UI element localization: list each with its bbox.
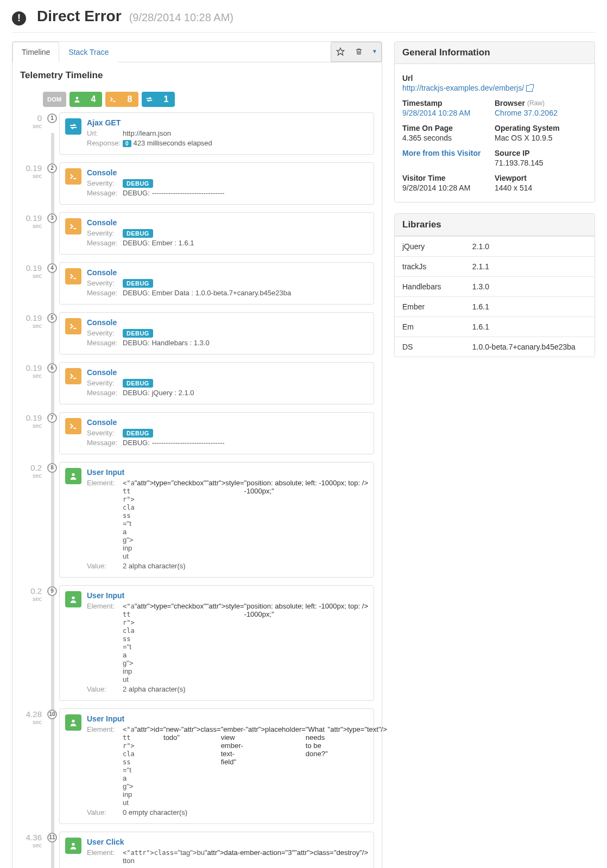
event-title: Console (87, 268, 368, 277)
timeline-event: 4.28sec 10 User Input Element:<"attr">cl… (20, 708, 374, 824)
event-number: 10 (47, 709, 57, 719)
trash-button[interactable] (350, 42, 368, 61)
browser-value[interactable]: Chrome 37.0.2062 (495, 109, 558, 117)
event-card[interactable]: User Input Element:<"attr">class="tag">i… (59, 708, 374, 824)
page-timestamp: (9/28/2014 10:28 AM) (129, 11, 233, 24)
filter-console[interactable]: 8 (105, 92, 138, 107)
field-value: DEBUG: jQuery : 2.1.0 (123, 389, 368, 397)
ajax-icon (142, 92, 157, 107)
timeline-event: 0.19sec 7 Console Severity:DEBUGMessage:… (20, 412, 374, 454)
timeline-panel: Timeline Stack Trace ▼ Telemetry (12, 41, 382, 869)
console-icon (65, 218, 81, 235)
event-card[interactable]: Console Severity:DEBUGMessage:DEBUG: Han… (59, 312, 374, 354)
url-link[interactable]: http://trackjs-examples.dev/emberjs/ (402, 84, 524, 92)
tab-timeline[interactable]: Timeline (12, 42, 59, 62)
field-value: DEBUG: ------------------------------- (123, 439, 368, 447)
library-row: jQuery2.1.0 (395, 236, 595, 256)
field-label: Severity: (87, 429, 123, 437)
visitor-time-value: 9/28/2014 10:28 AM (402, 183, 495, 192)
field-value: http://learn.json (123, 129, 368, 137)
console-icon (105, 92, 121, 107)
time-on-page-label: Time On Page (402, 124, 495, 132)
library-version: 2.1.1 (465, 256, 595, 276)
event-time: 4.36sec (20, 832, 46, 849)
timeline-event: 4.36sec 11 User Click Element:<"attr">cl… (20, 832, 374, 869)
field-value: DEBUG (123, 279, 368, 287)
event-time: 0.19sec (20, 262, 46, 280)
user-icon (65, 714, 81, 731)
library-name: Ember (395, 296, 465, 316)
field-label: Severity: (87, 229, 123, 237)
browser-label: Browser (Raw) (495, 99, 587, 107)
star-button[interactable] (331, 42, 350, 61)
field-label: Value: (87, 685, 123, 693)
filter-pills: DOM 4 8 1 (12, 86, 382, 112)
event-title: Console (87, 418, 368, 427)
event-number: 1 (47, 113, 57, 123)
tab-stack-trace[interactable]: Stack Trace (59, 42, 118, 62)
event-card[interactable]: User Input Element:<"attr">class="tag">i… (59, 462, 374, 578)
event-title: User Input (87, 714, 368, 723)
libraries-panel: Libraries jQuery2.1.0trackJs2.1.1Handleb… (394, 213, 595, 357)
timeline-event: 0.19sec 4 Console Severity:DEBUGMessage:… (20, 262, 374, 305)
field-label: Element: (87, 602, 123, 610)
library-row: Ember1.6.1 (395, 296, 595, 316)
event-card[interactable]: Console Severity:DEBUGMessage:DEBUG: Emb… (59, 212, 374, 255)
event-card[interactable]: Console Severity:DEBUGMessage:DEBUG: Emb… (59, 262, 374, 305)
visitor-time-label: Visitor Time (402, 174, 495, 182)
library-version: 2.1.0 (465, 236, 595, 256)
event-number: 8 (47, 463, 57, 473)
event-card[interactable]: User Input Element:<"attr">class="tag">i… (59, 585, 374, 701)
page-header: ! Direct Error (9/28/2014 10:28 AM) (12, 8, 595, 33)
event-number: 4 (47, 263, 57, 273)
field-label: Severity: (87, 379, 123, 387)
event-number: 11 (47, 833, 57, 842)
url-label: Url (402, 74, 587, 83)
event-card[interactable]: Console Severity:DEBUGMessage:DEBUG: ---… (59, 162, 374, 205)
toolbar-dropdown[interactable]: ▼ (368, 42, 381, 61)
event-time: 0.19sec (20, 312, 46, 330)
libraries-table: jQuery2.1.0trackJs2.1.1Handlebars1.3.0Em… (395, 236, 595, 357)
field-label: Message: (87, 389, 123, 397)
console-icon (65, 418, 81, 434)
timeline-event: 0.19sec 3 Console Severity:DEBUGMessage:… (20, 212, 374, 255)
event-title: User Input (87, 591, 368, 600)
field-value: DEBUG (123, 429, 368, 437)
filter-user[interactable]: 4 (69, 92, 103, 107)
library-name: Em (395, 316, 465, 337)
svg-point-5 (72, 842, 74, 845)
field-label: Message: (87, 289, 123, 297)
field-value: 2 alpha character(s) (123, 685, 368, 693)
svg-point-1 (75, 97, 78, 99)
field-value: 0 empty character(s) (123, 808, 368, 816)
field-label: Message: (87, 439, 123, 447)
filter-ajax[interactable]: 1 (142, 92, 175, 107)
library-name: DS (395, 337, 465, 357)
filter-dom[interactable]: DOM (43, 92, 66, 107)
event-card[interactable]: Ajax GET Url:http://learn.jsonResponse:0… (59, 112, 374, 155)
event-card[interactable]: Console Severity:DEBUGMessage:DEBUG: jQu… (59, 362, 374, 404)
field-label: Element: (87, 725, 123, 733)
library-version: 1.6.1 (465, 316, 595, 337)
event-title: Console (87, 368, 368, 377)
event-number: 5 (47, 313, 57, 323)
console-icon (65, 368, 81, 384)
field-label: Url: (87, 129, 123, 137)
more-visitor-link[interactable]: More from this Visitor (402, 149, 480, 157)
svg-point-2 (72, 473, 74, 476)
timeline-event: 0.19sec 6 Console Severity:DEBUGMessage:… (20, 362, 374, 404)
field-value: DEBUG: Ember Data : 1.0.0-beta.7+canary.… (123, 289, 368, 297)
field-value: DEBUG: ------------------------------- (123, 189, 368, 197)
library-version: 1.6.1 (465, 296, 595, 316)
event-card[interactable]: User Click Element:<"attr">class="tag">b… (59, 832, 374, 869)
external-link-icon (526, 85, 533, 92)
event-title: Console (87, 318, 368, 327)
event-time: 0.19sec (20, 412, 46, 429)
field-value: <"attr">class="tag">input (123, 479, 135, 560)
field-value: <"attr">class="tag">button (123, 848, 205, 865)
timestamp-value[interactable]: 9/28/2014 10:28 AM (402, 109, 470, 117)
field-label: Message: (87, 189, 123, 197)
event-card[interactable]: Console Severity:DEBUGMessage:DEBUG: ---… (59, 412, 374, 454)
console-icon (65, 268, 81, 284)
os-value: Mac OS X 10.9.5 (495, 134, 587, 142)
